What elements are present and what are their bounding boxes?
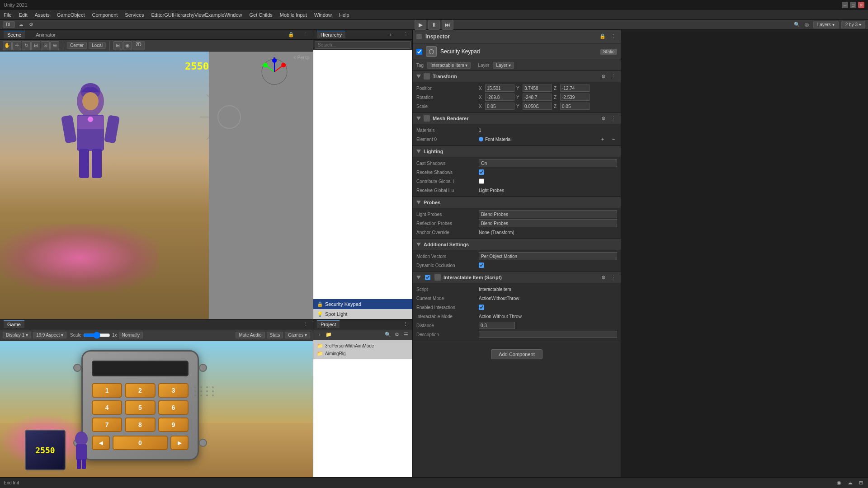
position-y-input[interactable] [523, 84, 552, 92]
scale-slider[interactable] [83, 332, 110, 339]
tab-project[interactable]: Project [317, 320, 340, 328]
menu-window[interactable]: Window [314, 12, 332, 18]
key-2[interactable]: 2 [125, 383, 155, 398]
project-add-icon[interactable]: + [316, 331, 323, 338]
receive-shadows-checkbox[interactable] [479, 169, 484, 175]
rotation-x-input[interactable] [485, 94, 514, 101]
probes-header[interactable]: Probes [413, 197, 621, 208]
transform-header[interactable]: Transform ⚙ ⋮ [413, 71, 621, 82]
maximize-btn[interactable]: □ [850, 2, 856, 8]
gameobject-active-checkbox[interactable] [416, 49, 422, 55]
project-folder-icon[interactable]: 📁 [325, 331, 332, 338]
scale-tool[interactable]: ⊞ [31, 41, 40, 50]
render-dropdown[interactable]: Normally [119, 332, 143, 338]
key-9[interactable]: 9 [158, 418, 189, 432]
cloud-icon[interactable]: ☁ [18, 21, 25, 28]
mesh-renderer-more-icon[interactable]: ⋮ [610, 115, 617, 122]
tab-scene[interactable]: Scene [4, 31, 25, 38]
position-x-input[interactable] [485, 84, 514, 92]
nav-next[interactable]: ▶ [170, 436, 189, 450]
move-tool[interactable]: ✛ [12, 41, 21, 50]
tag-dropdown[interactable]: Interactable Item ▾ [427, 62, 471, 69]
display-dropdown[interactable]: Display 1 ▾ [3, 332, 31, 338]
description-input[interactable] [479, 331, 617, 338]
window-controls[interactable]: ─ □ ✕ [842, 2, 864, 8]
material-remove-icon[interactable]: − [610, 136, 617, 143]
vis-btn1[interactable]: ⊞ [113, 41, 123, 50]
minimize-btn[interactable]: ─ [842, 2, 848, 8]
stats-btn[interactable]: Stats [267, 332, 283, 338]
pivot-toggle[interactable]: Center [67, 42, 87, 49]
close-btn[interactable]: ✕ [858, 2, 864, 8]
collab-icon[interactable]: ◎ [803, 21, 811, 28]
mesh-renderer-header[interactable]: Mesh Renderer ⚙ ⋮ [413, 113, 621, 124]
menu-assets[interactable]: Assets [35, 12, 50, 18]
key-5[interactable]: 5 [125, 400, 155, 415]
static-badge[interactable]: Static [600, 49, 617, 55]
hand-tool[interactable]: ✋ [3, 41, 12, 50]
key-7[interactable]: 7 [92, 418, 122, 432]
project-more-icon[interactable]: ⋮ [401, 321, 409, 328]
motion-vectors-dropdown[interactable]: Per Object Motion Camera Motion Force No… [479, 252, 617, 260]
interactable-item-header[interactable]: Interactable Item (Script) ⚙ ⋮ [413, 272, 621, 283]
project-search-icon[interactable]: 🔍 [384, 331, 392, 338]
lighting-header[interactable]: Lighting [413, 146, 621, 157]
inspector-more-icon[interactable]: ⋮ [610, 33, 617, 40]
rotation-z-input[interactable] [560, 94, 590, 101]
menu-gameobject[interactable]: GameObject [57, 12, 85, 18]
pause-button[interactable]: ⏸ [428, 20, 440, 30]
play-button[interactable]: ▶ [415, 20, 426, 30]
menu-edit[interactable]: Edit [19, 12, 28, 18]
transform-tool[interactable]: ⊕ [50, 41, 59, 50]
search-icon[interactable]: 🔍 [793, 21, 801, 28]
collab-status-icon[interactable]: ◉ [835, 479, 843, 487]
key-8[interactable]: 8 [125, 418, 155, 432]
key-1[interactable]: 1 [92, 383, 122, 398]
rect-tool[interactable]: ⊡ [41, 41, 50, 50]
menu-file[interactable]: File [4, 12, 12, 18]
key-0[interactable]: 0 [113, 436, 168, 450]
settings-icon[interactable]: ⚙ [28, 21, 35, 28]
layout-dropdown[interactable]: 2 by 3 ▾ [841, 21, 865, 28]
layers-dropdown[interactable]: Layers ▾ [813, 21, 839, 28]
rotate-tool[interactable]: ↻ [22, 41, 31, 50]
interactable-more-icon[interactable]: ⋮ [610, 274, 617, 281]
scene-lock-icon[interactable]: 🔒 [288, 31, 295, 38]
key-6[interactable]: 6 [158, 400, 189, 415]
project-item-3rdperson[interactable]: 📁 3rdPersonWithAimMode [315, 342, 410, 350]
rotation-y-input[interactable] [523, 94, 552, 101]
key-3[interactable]: 3 [158, 383, 189, 398]
scale-z-input[interactable] [560, 103, 590, 110]
cast-shadows-dropdown[interactable]: On Off Two Sided [479, 159, 617, 167]
menu-services[interactable]: Services [125, 12, 144, 18]
distance-input[interactable] [479, 322, 515, 329]
hierarchy-more-icon[interactable]: ⋮ [401, 31, 409, 38]
hierarchy-add-icon[interactable]: + [387, 31, 394, 38]
enabled-interaction-checkbox[interactable] [479, 305, 484, 310]
dl-badge[interactable]: DL [3, 21, 15, 28]
scene-more-icon[interactable]: ⋮ [302, 31, 309, 38]
gameobject-name[interactable]: Security Keypad [440, 48, 480, 55]
scale-y-input[interactable] [523, 103, 552, 110]
dynamic-occlusion-checkbox[interactable] [479, 263, 484, 268]
step-button[interactable]: ⏭ [442, 20, 453, 30]
menu-getchilds[interactable]: Get Childs [249, 12, 272, 18]
gizmos-btn[interactable]: Gizmos ▾ [285, 332, 310, 338]
windows-icon[interactable]: ⊞ [857, 479, 864, 487]
hierarchy-item-spot-light[interactable]: 💡 Spot Light [313, 309, 412, 319]
aspect-dropdown[interactable]: 16:9 Aspect ▾ [33, 332, 66, 338]
material-add-icon[interactable]: + [599, 136, 606, 143]
add-component-button[interactable]: Add Component [491, 349, 542, 359]
project-view-icon[interactable]: ☰ [402, 331, 410, 338]
vis-btn2[interactable]: ◉ [123, 41, 132, 50]
hierarchy-search[interactable] [315, 41, 411, 49]
2d-btn[interactable]: 2D [132, 41, 145, 50]
scale-x-input[interactable] [485, 103, 514, 110]
project-settings-icon[interactable]: ⚙ [393, 331, 401, 338]
contribute-gi-checkbox[interactable] [479, 178, 484, 184]
position-z-input[interactable] [560, 84, 590, 92]
game-more-icon[interactable]: ⋮ [302, 321, 309, 328]
tab-game[interactable]: Game [4, 320, 24, 328]
local-toggle[interactable]: Local [89, 42, 106, 49]
menu-mobileinput[interactable]: Mobile Input [280, 12, 307, 18]
